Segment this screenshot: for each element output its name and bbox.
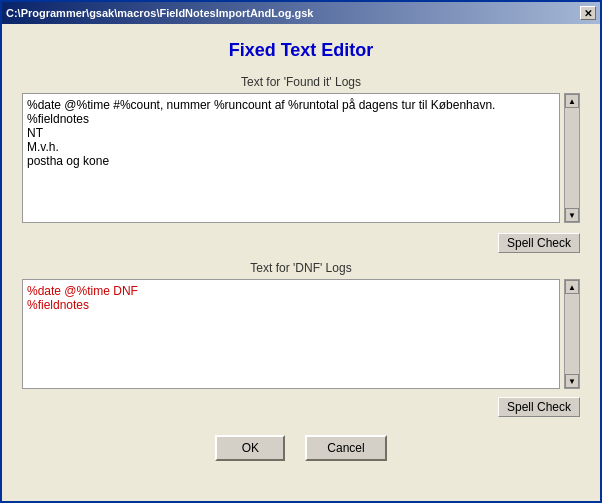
dnf-scrollbar: ▲ ▼ [564,279,580,389]
found-it-textarea-row: %date @%time #%count, nummer %runcount a… [22,93,580,223]
found-it-section: Text for 'Found it' Logs %date @%time #%… [22,75,580,223]
found-it-scrollbar: ▲ ▼ [564,93,580,223]
dnf-scroll-up-arrow[interactable]: ▲ [565,280,579,294]
dnf-textarea[interactable]: %date @%time DNF %fieldnotes [23,280,559,388]
dialog-title: Fixed Text Editor [22,40,580,61]
window-content: Fixed Text Editor Text for 'Found it' Lo… [2,24,600,501]
dnf-spell-check-button[interactable]: Spell Check [498,397,580,417]
found-it-text-container: %date @%time #%count, nummer %runcount a… [22,93,560,223]
scroll-track [565,108,579,208]
scroll-down-arrow[interactable]: ▼ [565,208,579,222]
main-window: C:\Programmer\gsak\macros\FieldNotesImpo… [0,0,602,503]
dnf-textarea-row: %date @%time DNF %fieldnotes ▲ ▼ [22,279,580,389]
dnf-scroll-down-arrow[interactable]: ▼ [565,374,579,388]
ok-button[interactable]: OK [215,435,285,461]
cancel-button[interactable]: Cancel [305,435,386,461]
found-it-label: Text for 'Found it' Logs [22,75,580,89]
found-it-spell-check-row: Spell Check [22,233,580,253]
scroll-up-arrow[interactable]: ▲ [565,94,579,108]
close-button[interactable]: ✕ [580,6,596,20]
dnf-spell-check-row: Spell Check [22,397,580,417]
title-bar-text: C:\Programmer\gsak\macros\FieldNotesImpo… [6,7,313,19]
dnf-section: Text for 'DNF' Logs %date @%time DNF %fi… [22,261,580,389]
found-it-textarea[interactable]: %date @%time #%count, nummer %runcount a… [23,94,559,222]
title-bar: C:\Programmer\gsak\macros\FieldNotesImpo… [2,2,600,24]
dnf-scroll-track [565,294,579,374]
found-it-spell-check-button[interactable]: Spell Check [498,233,580,253]
dnf-label: Text for 'DNF' Logs [22,261,580,275]
button-row: OK Cancel [22,435,580,461]
dnf-text-container: %date @%time DNF %fieldnotes [22,279,560,389]
